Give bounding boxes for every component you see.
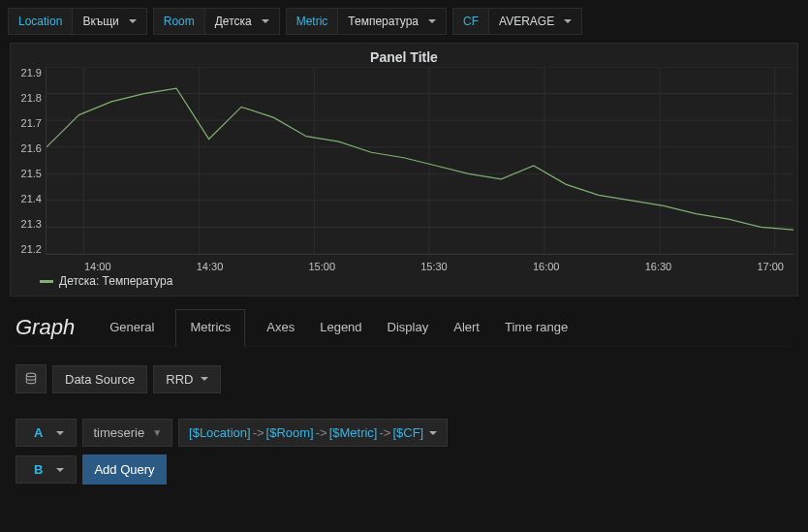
datasource-label: Data Source [52,365,147,393]
query-a-toggle[interactable]: A [16,419,77,447]
panel-editor: Graph GeneralMetricsAxesLegendDisplayAle… [0,297,808,485]
datasource-icon-button[interactable] [16,364,47,393]
editor-header: Graph GeneralMetricsAxesLegendDisplayAle… [16,308,792,347]
query-a-template[interactable]: [$Location]-> [$Room]-> [$Metric]-> [$CF… [178,419,448,447]
var-cf-label: CF [452,8,488,35]
var-room: Room Детска [153,8,280,35]
panel-title[interactable]: Panel Title [11,44,797,67]
x-axis: 14:0014:3015:0015:3016:0016:3017:00 [46,261,793,272]
var-metric-select[interactable]: Температура [337,8,447,35]
graph-panel: Panel Title 21.921.821.721.621.521.421.3… [10,43,798,297]
datasource-row: Data Source RRD [16,364,792,393]
var-metric: Metric Температура [286,8,447,35]
editor-tabs: GeneralMetricsAxesLegendDisplayAlertTime… [106,308,572,346]
var-room-label: Room [153,8,204,35]
query-a-fn-select[interactable]: timeserie▼ [82,419,172,447]
var-room-select[interactable]: Детска [204,8,280,35]
legend-swatch [40,280,53,283]
tab-legend[interactable]: Legend [316,310,365,346]
legend[interactable]: Детска: Температура [11,270,797,296]
var-metric-label: Metric [286,8,338,35]
database-icon [24,372,38,386]
chart: 21.921.821.721.621.521.421.321.2 14:0014… [46,67,793,270]
variable-toolbar: Location Вкъщи Room Детска Metric Темпер… [0,0,808,43]
add-query-button[interactable]: Add Query [82,454,166,485]
tab-time-range[interactable]: Time range [501,310,572,346]
var-location: Location Вкъщи [8,8,147,35]
query-b-toggle[interactable]: B [16,455,77,484]
svg-point-15 [26,373,35,377]
tab-general[interactable]: General [106,310,158,346]
var-location-label: Location [8,8,72,35]
queries: A timeserie▼ [$Location]-> [$Room]-> [$M… [16,419,792,485]
tab-alert[interactable]: Alert [450,310,483,346]
query-row-b: B Add Query [16,454,792,485]
tab-display[interactable]: Display [384,310,433,346]
datasource-select[interactable]: RRD [153,365,221,393]
var-cf-select[interactable]: AVERAGE [488,8,582,35]
y-axis: 21.921.821.721.621.521.421.321.2 [13,67,42,255]
legend-label: Детска: Температура [59,274,172,288]
tab-metrics[interactable]: Metrics [175,309,245,347]
editor-title: Graph [16,315,82,340]
var-location-select[interactable]: Вкъщи [72,8,146,35]
query-row-a: A timeserie▼ [$Location]-> [$Room]-> [$M… [16,419,792,447]
plot-area[interactable] [46,67,793,255]
var-cf: CF AVERAGE [452,8,582,35]
tab-axes[interactable]: Axes [263,310,298,346]
